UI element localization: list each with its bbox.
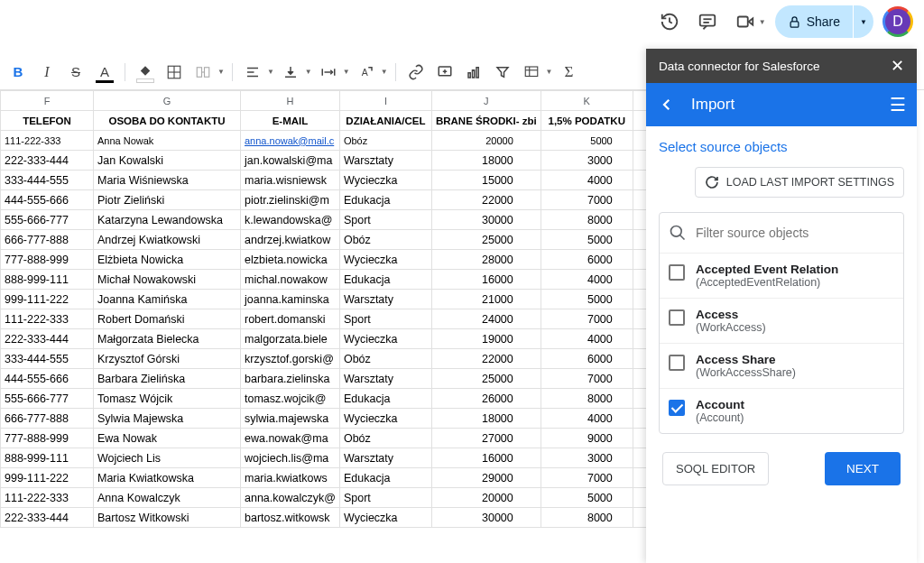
cell[interactable]: 5000	[541, 488, 633, 508]
cell[interactable]: Edukacja	[339, 270, 431, 290]
cell[interactable]: malgorzata.biele	[241, 329, 340, 349]
cell[interactable]: 7000	[541, 369, 633, 389]
cell[interactable]: robert.domanski	[241, 309, 340, 329]
source-object-item[interactable]: Account(Account)	[660, 388, 903, 433]
cell[interactable]: 18000	[431, 409, 541, 429]
source-object-item[interactable]: Access Share(WorkAccessShare)	[660, 343, 903, 388]
cell[interactable]: 30000	[431, 508, 541, 528]
object-list[interactable]: Accepted Event Relation(AcceptedEventRel…	[660, 253, 903, 433]
cell[interactable]: Wycieczka	[339, 409, 431, 429]
cell[interactable]: Jan Kowalski	[94, 151, 241, 171]
cell[interactable]: Katarzyna Lewandowska	[94, 210, 241, 230]
cell[interactable]: 222-333-444	[1, 508, 94, 528]
cell[interactable]: 24000	[431, 309, 541, 329]
cell[interactable]: 20000	[431, 131, 541, 151]
valign-button[interactable]	[278, 60, 303, 85]
cell[interactable]: 444-555-666	[1, 190, 94, 210]
cell[interactable]: Wojciech Lis	[94, 448, 241, 468]
borders-button[interactable]	[162, 60, 187, 85]
cell[interactable]: Sport	[339, 488, 431, 508]
checkbox[interactable]	[669, 309, 685, 326]
filter-button[interactable]	[490, 60, 515, 85]
cell[interactable]: barbara.zielinska	[241, 369, 340, 389]
back-icon[interactable]	[657, 97, 677, 113]
header-cell[interactable]: DZIAŁANIA/CEL	[339, 111, 431, 131]
load-last-button[interactable]: LOAD LAST IMPORT SETTINGS	[695, 167, 904, 198]
cell[interactable]: Edukacja	[339, 468, 431, 488]
cell[interactable]: Edukacja	[339, 190, 431, 210]
wrap-button[interactable]	[316, 60, 341, 85]
filter-input[interactable]	[696, 226, 894, 240]
dropdown-icon[interactable]: ▼	[305, 68, 312, 76]
comment-icon[interactable]	[693, 7, 722, 36]
column-header[interactable]: K	[541, 91, 633, 111]
cell[interactable]: maria.kwiatkows	[241, 468, 340, 488]
cell[interactable]: Anna Nowak	[94, 131, 241, 151]
cell[interactable]: 777-888-999	[1, 429, 94, 448]
header-cell[interactable]: E-MAIL	[241, 111, 340, 131]
column-header[interactable]: J	[431, 91, 541, 111]
cell[interactable]: 222-333-444	[1, 151, 94, 171]
cell[interactable]: Wycieczka	[339, 329, 431, 349]
cell[interactable]: 4000	[541, 270, 633, 290]
table-filter-button[interactable]	[519, 60, 544, 85]
cell[interactable]: 21000	[431, 290, 541, 309]
column-header[interactable]: F	[1, 91, 94, 111]
fill-color-button[interactable]	[133, 60, 158, 85]
cell[interactable]: 16000	[431, 448, 541, 468]
source-object-item[interactable]: Access(WorkAccess)	[660, 298, 903, 343]
next-button[interactable]: NEXT	[825, 452, 901, 485]
cell[interactable]: Bartosz Witkowski	[94, 508, 241, 528]
cell[interactable]: 30000	[431, 210, 541, 230]
cell[interactable]: 222-333-444	[1, 329, 94, 349]
cell[interactable]: Obóz	[339, 131, 431, 151]
cell[interactable]: 29000	[431, 468, 541, 488]
cell[interactable]: Elżbieta Nowicka	[94, 250, 241, 270]
header-cell[interactable]: OSOBA DO KONTAKTU	[94, 111, 241, 131]
cell[interactable]: Piotr Zieliński	[94, 190, 241, 210]
cell[interactable]: 555-666-777	[1, 389, 94, 409]
cell[interactable]: Sport	[339, 210, 431, 230]
source-object-item[interactable]: Accepted Event Relation(AcceptedEventRel…	[660, 253, 903, 298]
text-color-button[interactable]: A	[92, 60, 117, 85]
cell[interactable]: 111-222-333	[1, 309, 94, 329]
cell[interactable]: 27000	[431, 429, 541, 448]
cell[interactable]: 888-999-111	[1, 448, 94, 468]
video-icon[interactable]	[731, 7, 760, 36]
cell[interactable]: 7000	[541, 468, 633, 488]
cell[interactable]: 25000	[431, 230, 541, 250]
close-icon[interactable]: ✕	[891, 56, 904, 76]
cell[interactable]: Wycieczka	[339, 508, 431, 528]
cell[interactable]: Warsztaty	[339, 151, 431, 171]
cell[interactable]: 666-777-888	[1, 409, 94, 429]
cell[interactable]: 4000	[541, 171, 633, 190]
cell[interactable]: Obóz	[339, 230, 431, 250]
cell[interactable]: 6000	[541, 250, 633, 270]
history-icon[interactable]	[655, 7, 684, 36]
cell[interactable]: Barbara Zielińska	[94, 369, 241, 389]
cell[interactable]: ewa.nowak@ma	[241, 429, 340, 448]
strike-button[interactable]: S	[63, 60, 88, 85]
checkbox[interactable]	[669, 264, 685, 281]
cell[interactable]: Anna Kowalczyk	[94, 488, 241, 508]
cell[interactable]: Małgorzata Bielecka	[94, 329, 241, 349]
cell[interactable]: anna.kowalczyk@	[241, 488, 340, 508]
cell[interactable]: joanna.kaminska	[241, 290, 340, 309]
avatar[interactable]: D	[882, 6, 913, 37]
column-header[interactable]: G	[94, 91, 241, 111]
cell[interactable]: Robert Domański	[94, 309, 241, 329]
cell[interactable]: Maria Wiśniewska	[94, 171, 241, 190]
cell[interactable]: 19000	[431, 329, 541, 349]
dropdown-icon[interactable]: ▼	[546, 68, 553, 76]
cell[interactable]: Michał Nowakowski	[94, 270, 241, 290]
cell[interactable]: 25000	[431, 369, 541, 389]
cell[interactable]: 888-999-111	[1, 270, 94, 290]
cell[interactable]: 111-222-333	[1, 488, 94, 508]
cell[interactable]: 20000	[431, 488, 541, 508]
bold-button[interactable]: B	[5, 60, 31, 85]
cell[interactable]: 18000	[431, 151, 541, 171]
video-dropdown-icon[interactable]: ▼	[759, 18, 766, 26]
cell[interactable]: Warsztaty	[339, 290, 431, 309]
cell[interactable]: Wycieczka	[339, 171, 431, 190]
cell[interactable]: Tomasz Wójcik	[94, 389, 241, 409]
